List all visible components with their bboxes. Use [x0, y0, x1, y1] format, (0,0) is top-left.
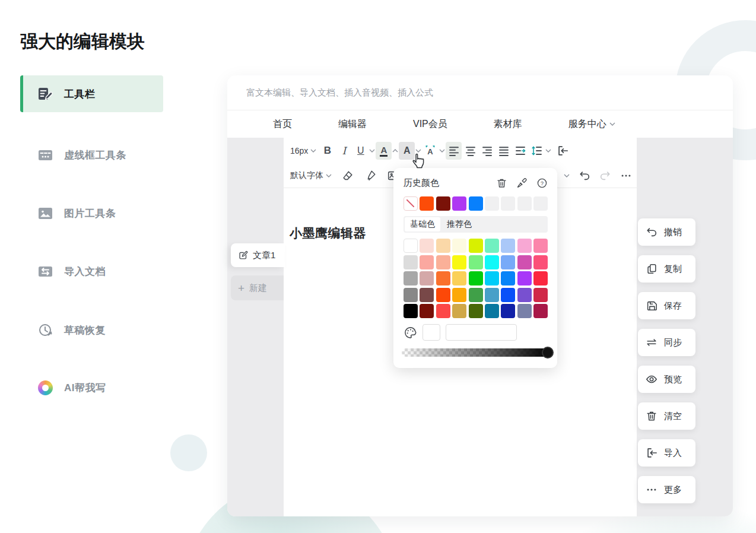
action-undo-button[interactable]: 撤销 — [638, 218, 695, 246]
color-swatch[interactable] — [469, 304, 483, 318]
color-swatch[interactable] — [404, 239, 418, 253]
color-swatch[interactable] — [420, 255, 434, 269]
color-swatch[interactable] — [501, 255, 515, 269]
history-swatch[interactable] — [436, 196, 450, 211]
action-trash-button[interactable]: 清空 — [638, 402, 695, 430]
action-copy-button[interactable]: 复制 — [638, 255, 695, 283]
color-swatch[interactable] — [469, 288, 483, 302]
color-swatch[interactable] — [420, 271, 434, 285]
align-right-button[interactable] — [479, 142, 495, 160]
color-swatch[interactable] — [420, 304, 434, 318]
format-brush-icon[interactable] — [362, 167, 378, 185]
color-swatch[interactable] — [517, 255, 532, 269]
nav-item[interactable]: 首页 — [273, 118, 292, 131]
font-family-select[interactable]: 默认字体 — [288, 167, 334, 185]
chevron-down-icon[interactable] — [439, 149, 445, 153]
more-icon[interactable] — [620, 170, 632, 182]
color-swatch[interactable] — [533, 271, 548, 285]
align-left-button[interactable] — [446, 142, 462, 160]
color-swatch[interactable] — [452, 239, 466, 253]
color-swatch[interactable] — [469, 271, 483, 285]
nav-item[interactable]: 编辑器 — [338, 118, 367, 131]
eyedropper-icon[interactable] — [516, 177, 528, 189]
color-swatch[interactable] — [485, 304, 499, 318]
line-height-button[interactable] — [529, 142, 545, 160]
eraser-icon[interactable] — [339, 167, 355, 185]
picker-tab-basic[interactable]: 基础色 — [405, 217, 440, 231]
color-swatch[interactable] — [469, 239, 483, 253]
picker-tab-recommended[interactable]: 推荐色 — [441, 217, 477, 231]
color-swatch[interactable] — [436, 255, 450, 269]
color-swatch[interactable] — [533, 304, 548, 318]
sidebar-item-image-toolbar[interactable]: 图片工具条 — [20, 197, 163, 229]
chevron-down-icon[interactable] — [545, 149, 551, 153]
indent-button[interactable] — [512, 142, 528, 160]
undo-icon[interactable] — [579, 170, 590, 182]
chevron-down-icon[interactable] — [369, 149, 375, 153]
highlight-color-button[interactable]: A — [399, 142, 415, 160]
swatch-none[interactable] — [404, 196, 418, 211]
action-import-button[interactable]: 导入 — [638, 439, 695, 467]
align-justify-button[interactable] — [495, 142, 512, 160]
redo-icon[interactable] — [599, 170, 611, 182]
nav-item[interactable]: VIP会员 — [413, 118, 447, 131]
color-swatch[interactable] — [452, 304, 466, 318]
color-swatch[interactable] — [517, 288, 532, 302]
new-article-button[interactable]: + 新建 — [231, 275, 284, 300]
color-swatch[interactable] — [452, 288, 466, 302]
shade-slider[interactable] — [402, 348, 550, 357]
history-swatch[interactable] — [469, 196, 483, 211]
custom-color-input[interactable] — [446, 324, 517, 341]
nav-item[interactable]: 服务中心 — [568, 118, 615, 131]
custom-color-preview[interactable] — [423, 324, 440, 341]
letter-spacing-button[interactable]: A — [422, 142, 439, 160]
action-save-button[interactable]: 保存 — [638, 292, 695, 319]
color-swatch[interactable] — [420, 288, 434, 302]
color-swatch[interactable] — [501, 239, 515, 253]
sidebar-item-dashed-toolbar[interactable]: 虚线框工具条 — [20, 139, 163, 171]
outdent-exit-button[interactable] — [554, 142, 570, 160]
color-swatch[interactable] — [404, 271, 418, 285]
color-swatch[interactable] — [501, 304, 515, 318]
color-swatch[interactable] — [517, 304, 532, 318]
color-swatch[interactable] — [404, 304, 418, 318]
italic-button[interactable]: I — [336, 142, 352, 160]
action-sync-button[interactable]: 同步 — [638, 329, 695, 356]
color-swatch[interactable] — [517, 271, 532, 285]
color-swatch[interactable] — [452, 255, 466, 269]
nav-item[interactable]: 素材库 — [494, 118, 522, 131]
color-swatch[interactable] — [436, 288, 450, 302]
color-swatch[interactable] — [404, 288, 418, 302]
color-swatch[interactable] — [485, 288, 499, 302]
chevron-down-icon[interactable] — [564, 174, 570, 177]
color-swatch[interactable] — [469, 255, 483, 269]
history-swatch[interactable] — [420, 196, 434, 211]
color-swatch[interactable] — [533, 239, 548, 253]
clear-history-trash-icon[interactable] — [496, 177, 507, 189]
chevron-up-icon[interactable] — [392, 149, 398, 153]
tab-article-1[interactable]: 文章1 — [231, 243, 285, 267]
slider-knob[interactable] — [542, 347, 554, 358]
palette-icon[interactable] — [404, 326, 417, 340]
color-swatch[interactable] — [485, 239, 499, 253]
color-swatch[interactable] — [436, 304, 450, 318]
sidebar-item-draft-restore[interactable]: 草稿恢复 — [20, 314, 163, 346]
chevron-down-icon[interactable] — [415, 149, 421, 153]
sidebar-item-toolbar[interactable]: 工具栏 — [20, 75, 163, 112]
sidebar-item-import-doc[interactable]: 导入文档 — [20, 255, 163, 287]
color-swatch[interactable] — [533, 288, 548, 302]
color-swatch[interactable] — [404, 255, 418, 269]
color-swatch[interactable] — [533, 255, 548, 269]
underline-button[interactable]: U — [352, 142, 369, 160]
align-center-button[interactable] — [462, 142, 478, 160]
color-swatch[interactable] — [501, 271, 515, 285]
document-heading[interactable]: 小墨鹰编辑器 — [290, 225, 366, 242]
sidebar-item-ai-write[interactable]: AI帮我写 — [20, 372, 163, 404]
color-swatch[interactable] — [452, 271, 466, 285]
help-icon[interactable]: ? — [536, 177, 548, 189]
color-swatch[interactable] — [501, 288, 515, 302]
history-swatch[interactable] — [452, 196, 466, 211]
font-color-button[interactable]: A — [376, 142, 392, 160]
action-more-button[interactable]: 更多 — [638, 476, 695, 503]
color-swatch[interactable] — [485, 255, 499, 269]
